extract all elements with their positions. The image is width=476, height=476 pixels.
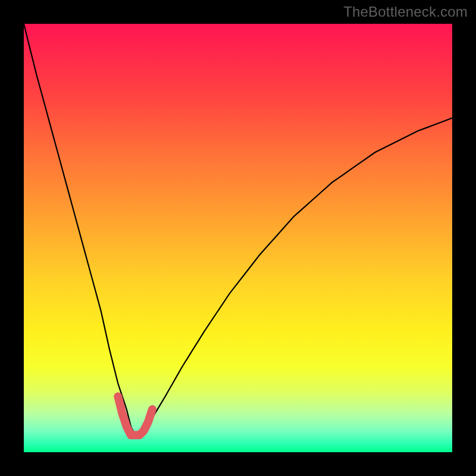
bottom-bracket bbox=[118, 396, 152, 435]
curves-layer bbox=[24, 24, 452, 452]
chart-frame: TheBottleneck.com bbox=[0, 0, 476, 476]
watermark-text: TheBottleneck.com bbox=[343, 4, 468, 20]
bottleneck-curve bbox=[24, 24, 452, 435]
plot-area bbox=[24, 24, 452, 452]
